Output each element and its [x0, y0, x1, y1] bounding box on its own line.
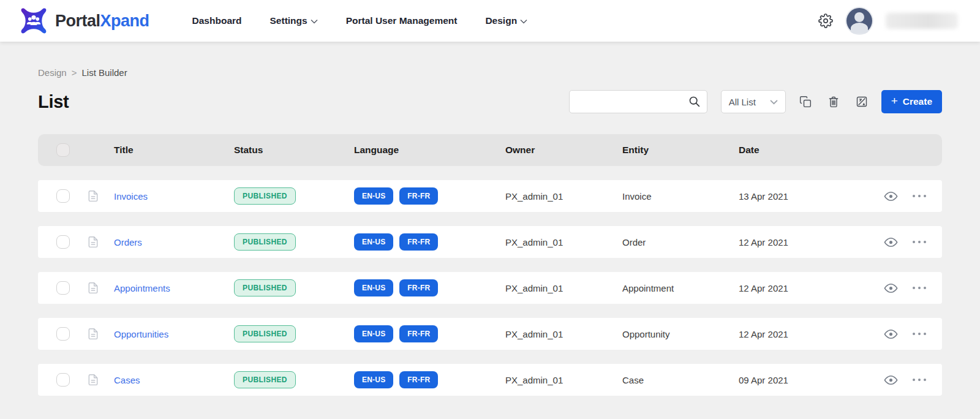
search-box: [569, 90, 707, 113]
header-status: Status: [234, 145, 354, 156]
gear-icon[interactable]: [818, 13, 833, 28]
list-filter-value: All List: [729, 97, 756, 107]
nav-label: Portal User Management: [346, 15, 458, 26]
row-owner: PX_admin_01: [505, 329, 622, 339]
row-actions: [876, 281, 942, 295]
row-actions: [876, 373, 942, 387]
row-actions: [876, 235, 942, 249]
row-checkbox[interactable]: [56, 327, 70, 341]
row-title-link[interactable]: Invoices: [114, 191, 234, 202]
create-button-label: Create: [903, 96, 932, 107]
translate-icon[interactable]: [856, 96, 868, 108]
plus-icon: +: [891, 94, 898, 108]
select-all-checkbox[interactable]: [56, 143, 70, 157]
user-name-redacted[interactable]: [886, 13, 958, 29]
row-actions: [876, 189, 942, 203]
eye-icon[interactable]: [884, 327, 898, 341]
header-date: Date: [739, 145, 876, 156]
row-checkbox[interactable]: [56, 189, 70, 203]
nav-item-portal-user-management[interactable]: Portal User Management: [346, 15, 458, 26]
trash-icon[interactable]: [827, 96, 840, 108]
document-icon: [87, 327, 99, 341]
brand-name-primary: Portal: [55, 12, 100, 30]
row-entity: Case: [622, 375, 739, 385]
document-icon: [87, 189, 99, 203]
table-body: Invoices PUBLISHED EN-USFR-FR PX_admin_0…: [38, 180, 942, 396]
row-status-cell: PUBLISHED: [234, 187, 354, 205]
eye-icon[interactable]: [884, 373, 898, 387]
status-badge: PUBLISHED: [234, 279, 296, 296]
row-entity: Order: [622, 237, 739, 247]
row-title-link[interactable]: Appointments: [114, 283, 234, 293]
header-entity: Entity: [622, 145, 739, 156]
nav-label: Settings: [270, 15, 307, 26]
language-badge: FR-FR: [399, 325, 438, 342]
language-badge: EN-US: [354, 233, 393, 251]
page-content: Design > List Builder List All List: [0, 42, 980, 396]
chevron-down-icon: [520, 19, 527, 24]
language-badge: EN-US: [354, 187, 393, 205]
row-owner: PX_admin_01: [505, 375, 622, 385]
toolbar-icons: [799, 96, 868, 108]
search-input[interactable]: [569, 90, 707, 113]
list-table: Title Status Language Owner Entity Date …: [38, 134, 942, 396]
row-title-link[interactable]: Orders: [114, 237, 234, 247]
nav-item-design[interactable]: Design: [485, 15, 527, 26]
more-actions-icon[interactable]: [913, 192, 926, 200]
row-checkbox[interactable]: [56, 235, 70, 249]
row-owner: PX_admin_01: [505, 283, 622, 293]
language-badge: EN-US: [354, 279, 393, 296]
language-badge: EN-US: [354, 371, 393, 388]
copy-icon[interactable]: [799, 96, 812, 108]
list-filter-select[interactable]: All List: [721, 90, 786, 113]
row-status-cell: PUBLISHED: [234, 233, 354, 251]
more-actions-icon[interactable]: [913, 330, 926, 338]
more-actions-icon[interactable]: [913, 284, 926, 292]
row-title-link[interactable]: Cases: [114, 375, 234, 385]
header-owner: Owner: [505, 145, 622, 156]
table-header-row: Title Status Language Owner Entity Date: [38, 134, 942, 166]
breadcrumb-current: List Builder: [81, 67, 127, 78]
eye-icon[interactable]: [884, 281, 898, 295]
table-row: Opportunities PUBLISHED EN-USFR-FR PX_ad…: [38, 318, 942, 350]
portalxpand-logo-icon: [18, 6, 49, 36]
search-icon[interactable]: [688, 95, 701, 108]
row-title-link[interactable]: Opportunities: [114, 329, 234, 339]
header-title: Title: [114, 145, 234, 156]
document-icon: [87, 281, 99, 295]
brand-logo[interactable]: PortalXpand: [18, 6, 149, 36]
user-avatar[interactable]: [845, 7, 873, 35]
eye-icon[interactable]: [884, 189, 898, 203]
table-row: Orders PUBLISHED EN-USFR-FR PX_admin_01 …: [38, 226, 942, 258]
row-language-cell: EN-USFR-FR: [354, 187, 505, 205]
eye-icon[interactable]: [884, 235, 898, 249]
row-date: 12 Apr 2021: [739, 329, 876, 339]
status-badge: PUBLISHED: [234, 187, 296, 205]
more-actions-icon[interactable]: [913, 376, 926, 383]
row-date: 13 Apr 2021: [739, 191, 876, 202]
language-badge: EN-US: [354, 325, 393, 342]
title-toolbar-row: List All List: [38, 90, 942, 113]
row-language-cell: EN-USFR-FR: [354, 233, 505, 251]
status-badge: PUBLISHED: [234, 233, 296, 251]
create-button[interactable]: + Create: [881, 90, 942, 113]
breadcrumb-separator: >: [72, 67, 77, 78]
nav-item-dashboard[interactable]: Dashboard: [192, 15, 242, 26]
row-checkbox[interactable]: [56, 281, 70, 295]
page-title: List: [38, 92, 69, 112]
row-language-cell: EN-USFR-FR: [354, 371, 505, 388]
row-date: 12 Apr 2021: [739, 283, 876, 293]
row-actions: [876, 327, 942, 341]
more-actions-icon[interactable]: [913, 238, 926, 246]
language-badge: FR-FR: [399, 279, 438, 296]
main-nav: Dashboard Settings Portal User Managemen…: [192, 15, 528, 26]
nav-item-settings[interactable]: Settings: [270, 15, 318, 26]
navbar-right: [818, 7, 958, 35]
brand-name: PortalXpand: [55, 12, 149, 31]
breadcrumb-design[interactable]: Design: [38, 67, 67, 78]
language-badge: FR-FR: [399, 371, 438, 388]
row-status-cell: PUBLISHED: [234, 279, 354, 296]
table-row: Invoices PUBLISHED EN-USFR-FR PX_admin_0…: [38, 180, 942, 212]
row-checkbox[interactable]: [56, 373, 70, 387]
nav-label: Design: [485, 15, 517, 26]
